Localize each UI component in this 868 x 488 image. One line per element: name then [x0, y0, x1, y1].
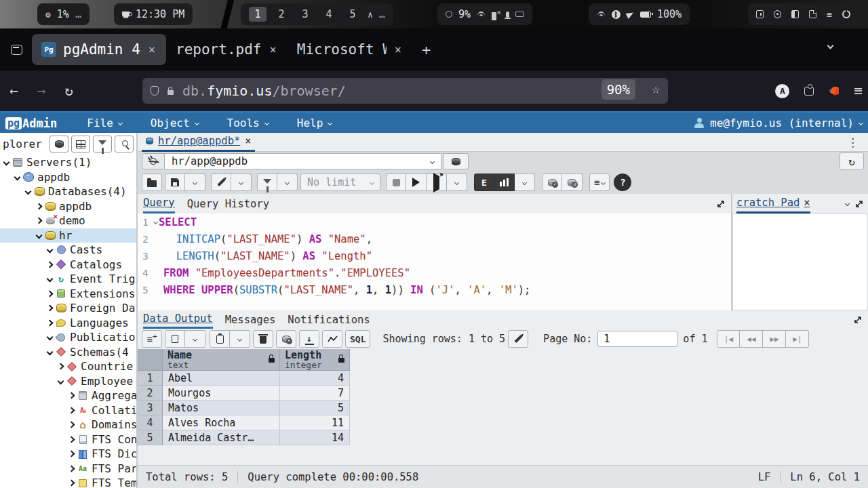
zoom-level-badge[interactable]: 90% — [601, 79, 635, 100]
edit-button[interactable] — [211, 174, 231, 191]
megaphone-extension-icon[interactable] — [829, 87, 839, 96]
tree-node-demo[interactable]: demo — [0, 214, 136, 228]
list-all-tabs-icon[interactable] — [827, 43, 834, 49]
https-lock-icon[interactable] — [167, 90, 174, 95]
filter-button[interactable] — [93, 136, 112, 152]
workspace-caret-icon[interactable]: ∧ — [368, 9, 373, 20]
workspace-5[interactable]: 5 — [344, 7, 361, 22]
table-row[interactable]: 2Mourgos7 — [138, 386, 868, 401]
scratch-pad-textarea[interactable] — [732, 214, 868, 310]
tree-node-catalogs[interactable]: Catalogs — [0, 258, 136, 272]
execute-to-cursor-button[interactable]: ⚑ — [427, 174, 447, 191]
cell-length[interactable]: 4 — [280, 371, 350, 386]
connection-select[interactable]: hr/app@appdb — [165, 153, 441, 169]
copy-options-button[interactable] — [185, 330, 205, 348]
chevron-right-icon[interactable] — [68, 407, 75, 413]
cell-name[interactable]: Almeida Castr… — [163, 430, 280, 445]
power-icon[interactable] — [842, 10, 850, 18]
chevron-down-icon[interactable] — [845, 201, 850, 206]
expand-diagonal-icon[interactable] — [853, 315, 863, 325]
tree-node-fts-par[interactable]: FTS Par — [0, 462, 136, 476]
add-row-button[interactable]: ≡+ — [142, 330, 162, 348]
edit-options-button[interactable] — [231, 174, 252, 191]
status-indicators[interactable]: 9% — [437, 3, 532, 25]
chevron-right-icon[interactable] — [68, 451, 75, 458]
explain-options-button[interactable] — [515, 174, 535, 191]
chevron-down-icon[interactable] — [36, 232, 43, 239]
explain-analyze-button[interactable] — [494, 174, 515, 191]
query-tool-tab[interactable]: hr/app@appdb* × — [142, 133, 255, 152]
tab-notifications[interactable]: Notifications — [288, 314, 370, 326]
menu-object[interactable]: Object — [151, 117, 199, 129]
files-icon[interactable] — [809, 10, 816, 18]
help-button[interactable]: ? — [614, 174, 631, 191]
workspace-1[interactable]: 1 — [249, 7, 267, 22]
storage-icon[interactable] — [791, 10, 799, 18]
menu-file[interactable]: File — [87, 117, 122, 129]
tree-node-fts-con[interactable]: FTS Con — [0, 432, 136, 447]
explain-button[interactable]: E — [474, 174, 494, 191]
browser-tab-1[interactable]: PgpgAdmin 4× — [32, 34, 166, 65]
tree-node-schemas-4[interactable]: Schemas(4 — [0, 345, 136, 360]
close-icon[interactable]: × — [804, 197, 810, 209]
execute-options-button[interactable] — [447, 174, 467, 191]
chevron-right-icon[interactable] — [68, 480, 75, 487]
macros-button[interactable]: ≡ — [589, 174, 610, 191]
account-extension-icon[interactable]: A — [775, 84, 789, 98]
system-tray[interactable]: ᛒ 100% — [589, 3, 690, 25]
tab-close-icon[interactable]: × — [147, 43, 157, 56]
copy-button[interactable] — [165, 330, 185, 348]
delete-row-button[interactable] — [253, 330, 273, 348]
view-sql-button[interactable]: SQL — [345, 330, 370, 348]
properties-grid-button[interactable] — [71, 136, 90, 152]
chevron-down-icon[interactable] — [3, 159, 10, 166]
cell-length[interactable]: 11 — [280, 415, 350, 430]
row-limit-select[interactable]: No limit — [300, 174, 380, 191]
tree-node-casts[interactable]: Casts — [0, 243, 136, 258]
scratch-pad-tab[interactable]: cratch Pad × — [736, 194, 810, 214]
refresh-layout-button[interactable]: ↻ — [840, 152, 864, 170]
chevron-down-icon[interactable] — [47, 247, 54, 253]
row-number-cell[interactable]: 3 — [138, 401, 163, 415]
user-menu[interactable]: me@fymio.us (internal) — [694, 117, 863, 129]
table-row[interactable]: 4Alves Rocha11 — [138, 415, 868, 430]
forward-button[interactable]: → — [28, 83, 56, 99]
tree-node-publicatio[interactable]: Publicatio — [0, 330, 136, 345]
cell-name[interactable]: Mourgos — [163, 386, 280, 401]
paste-options-button[interactable] — [230, 330, 250, 348]
chevron-right-icon[interactable] — [36, 218, 43, 224]
eol-indicator[interactable]: LF — [758, 471, 771, 483]
tree-node-databases-4-[interactable]: Databases(4) — [0, 184, 136, 199]
tree-node-fts-dic[interactable]: FTS Dic — [0, 447, 136, 462]
tree-node-employee[interactable]: Employee — [0, 374, 136, 389]
expand-diagonal-icon[interactable] — [716, 199, 726, 209]
chevron-right-icon[interactable] — [47, 290, 54, 297]
save-file-button[interactable] — [165, 174, 185, 191]
cpu-widget[interactable]: ⚙ 1% … — [37, 3, 90, 25]
workspace-more[interactable]: … — [379, 8, 385, 20]
chevron-down-icon[interactable] — [47, 348, 54, 355]
back-button[interactable]: ← — [0, 83, 28, 99]
browser-tab-2[interactable]: report.pdf× — [166, 34, 288, 65]
browser-menu-icon[interactable]: ≡ — [854, 83, 861, 99]
tree-node-fts-tem[interactable]: FTS Tem — [0, 476, 136, 488]
appearance-icon[interactable] — [774, 10, 781, 18]
cell-length[interactable]: 7 — [280, 386, 350, 401]
chevron-down-icon[interactable] — [25, 188, 32, 195]
tab-query[interactable]: Query — [143, 194, 175, 214]
column-header-length[interactable]: Lengthinteger — [280, 349, 350, 371]
last-page-button[interactable]: ▶| — [786, 330, 809, 348]
first-page-button[interactable]: |◀ — [717, 330, 740, 348]
tree-node-appdb[interactable]: appdb — [0, 199, 136, 214]
close-icon[interactable]: × — [245, 135, 251, 147]
chevron-right-icon[interactable] — [36, 203, 43, 209]
cell-name[interactable]: Matos — [163, 401, 280, 415]
chevron-right-icon[interactable] — [58, 363, 64, 370]
tab-messages[interactable]: Messages — [225, 314, 276, 326]
tab-close-icon[interactable]: × — [268, 43, 277, 56]
row-number-cell[interactable]: 5 — [138, 430, 163, 445]
chevron-right-icon[interactable] — [47, 261, 54, 268]
tree-node-domains[interactable]: Domains — [0, 418, 136, 432]
tree-node-foreign-da[interactable]: Foreign Da — [0, 301, 136, 316]
tracking-shield-icon[interactable] — [151, 86, 159, 96]
